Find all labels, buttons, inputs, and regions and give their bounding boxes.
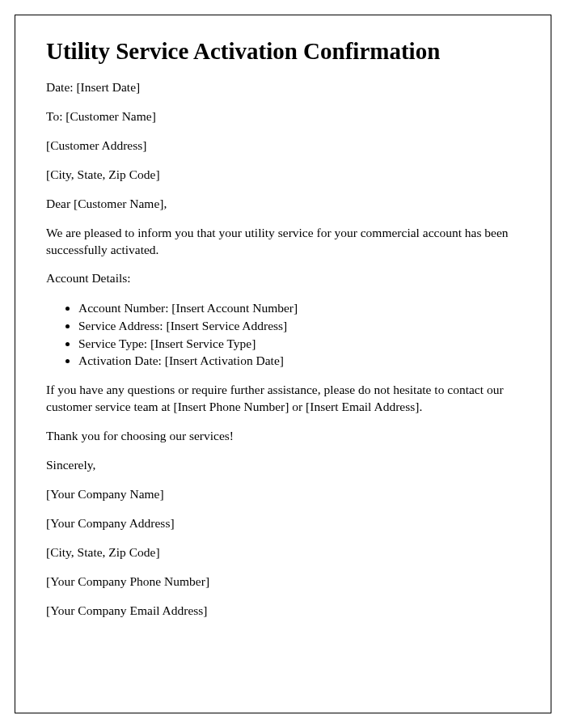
detail-account-number: Account Number: [Insert Account Number] [78, 299, 520, 317]
date-line: Date: [Insert Date] [46, 79, 520, 96]
detail-activation-date: Activation Date: [Insert Activation Date… [78, 352, 520, 370]
company-phone: [Your Company Phone Number] [46, 574, 520, 590]
to-line: To: [Customer Name] [46, 108, 520, 125]
account-details-list: Account Number: [Insert Account Number] … [46, 299, 520, 370]
customer-address: [Customer Address] [46, 138, 520, 154]
detail-service-address: Service Address: [Insert Service Address… [78, 317, 520, 335]
document-container: Utility Service Activation Confirmation … [15, 15, 551, 713]
closing: Sincerely, [46, 457, 520, 474]
detail-service-type: Service Type: [Insert Service Type] [78, 335, 520, 353]
customer-city-state-zip: [City, State, Zip Code] [46, 167, 520, 184]
company-city-state-zip: [City, State, Zip Code] [46, 544, 520, 561]
thanks-paragraph: Thank you for choosing our services! [46, 428, 520, 445]
account-details-label: Account Details: [46, 270, 520, 287]
salutation: Dear [Customer Name], [46, 196, 520, 213]
company-address: [Your Company Address] [46, 515, 520, 532]
document-title: Utility Service Activation Confirmation [46, 38, 520, 65]
assistance-paragraph: If you have any questions or require fur… [46, 382, 520, 416]
company-name: [Your Company Name] [46, 486, 520, 503]
company-email: [Your Company Email Address] [46, 603, 520, 620]
intro-paragraph: We are pleased to inform you that your u… [46, 225, 520, 259]
